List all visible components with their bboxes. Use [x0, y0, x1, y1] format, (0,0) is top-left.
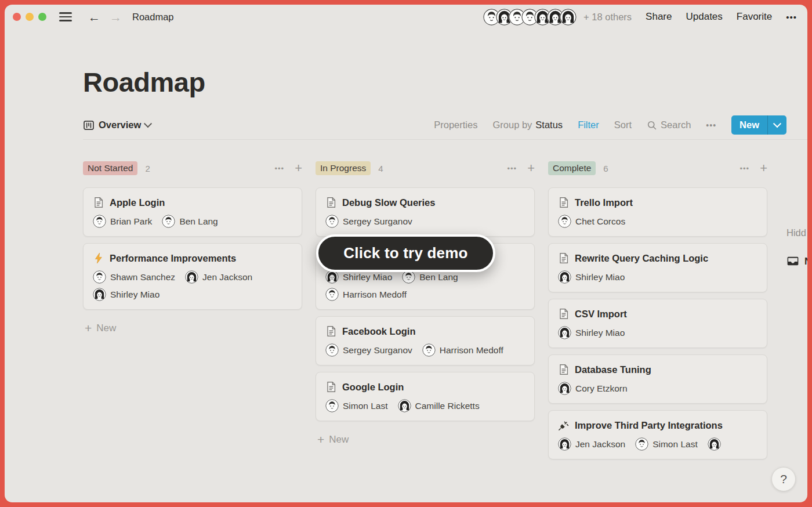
column-more-icon[interactable]: •••	[740, 164, 749, 173]
new-card-button[interactable]: + New	[85, 321, 302, 335]
column-add-icon[interactable]: +	[527, 162, 535, 174]
card-assignees: Cory Etzkorn	[558, 382, 757, 395]
new-button-label[interactable]: New	[731, 115, 767, 135]
assignee	[708, 437, 721, 451]
group-by-label: Group by	[492, 119, 532, 131]
assignee: Simon Last	[325, 399, 388, 412]
assignee: Sergey Surganov	[325, 343, 412, 357]
assignee: Ben Lang	[402, 270, 458, 284]
document-icon	[325, 197, 337, 208]
column-more-icon[interactable]: •••	[274, 164, 284, 173]
favorite-button[interactable]: Favorite	[737, 11, 772, 23]
task-card[interactable]: Database Tuning Cory Etzkorn	[548, 354, 767, 404]
close-window-icon[interactable]	[13, 13, 21, 21]
plus-icon: +	[317, 433, 324, 447]
task-card[interactable]: Performance Improvements Shawn Sanchez J…	[83, 243, 302, 310]
column-status-badge[interactable]: In Progress	[316, 161, 371, 175]
search-button[interactable]: Search	[647, 119, 691, 131]
breadcrumb[interactable]: Roadmap	[132, 12, 174, 23]
card-title: CSV Import	[575, 309, 627, 320]
task-card[interactable]: Google Login Simon Last Camille Ricketts	[316, 372, 535, 421]
menu-icon[interactable]	[59, 12, 72, 21]
avatar	[325, 270, 339, 284]
avatar	[325, 288, 339, 301]
view-more-icon[interactable]: •••	[706, 121, 716, 130]
task-card[interactable]: Improve Third Party Integrations Jen Jac…	[548, 410, 767, 459]
assignee-name: Cory Etzkorn	[575, 383, 628, 394]
card-title: Debug Slow Queries	[342, 197, 435, 208]
group-by-button[interactable]: Group by Status	[492, 119, 563, 131]
others-count[interactable]: + 18 others	[583, 12, 632, 23]
hidden-columns-section: Hidd N	[786, 227, 807, 267]
assignee-name: Shirley Miao	[575, 328, 625, 338]
avatar	[558, 437, 571, 451]
card-list: Debug Slow Queries Sergey Surganov Add A…	[316, 187, 535, 421]
assignee: Chet Corcos	[558, 215, 625, 228]
minimize-window-icon[interactable]	[26, 13, 34, 21]
column-status-badge[interactable]: Not Started	[83, 161, 137, 175]
try-demo-button[interactable]: Click to try demo	[316, 234, 495, 272]
assignee-name: Ben Lang	[179, 216, 217, 227]
column-more-icon[interactable]: •••	[507, 164, 517, 173]
properties-button[interactable]: Properties	[434, 119, 477, 131]
assignee-name: Shirley Miao	[343, 272, 392, 283]
avatar	[325, 215, 339, 228]
share-button[interactable]: Share	[646, 11, 672, 23]
task-card[interactable]: Rewrite Query Caching Logic Shirley Miao	[548, 243, 767, 292]
assignee: Jen Jackson	[558, 437, 625, 451]
more-options-icon[interactable]: •••	[786, 12, 797, 22]
zoom-window-icon[interactable]	[38, 13, 46, 21]
board-column: Not Started 2 ••• + Apple Login Brian Pa…	[83, 161, 302, 335]
user-avatar[interactable]	[560, 9, 577, 26]
assignee-name: Sergey Surganov	[343, 216, 412, 227]
new-button-dropdown[interactable]	[767, 115, 786, 135]
document-icon	[558, 252, 570, 264]
sort-button[interactable]: Sort	[614, 119, 632, 131]
assignee: Shirley Miao	[93, 288, 160, 301]
assignee-name: Harrison Medoff	[440, 345, 503, 356]
column-count: 4	[378, 164, 383, 173]
column-status-badge[interactable]: Complete	[548, 161, 596, 175]
assignee: Jen Jackson	[185, 270, 252, 284]
filter-button[interactable]: Filter	[578, 119, 599, 131]
assignee: Harrison Medoff	[325, 288, 407, 301]
task-card[interactable]: Debug Slow Queries Sergey Surganov	[316, 187, 535, 237]
avatar	[185, 270, 198, 284]
chevron-down-icon	[144, 119, 152, 128]
task-card[interactable]: Trello Import Chet Corcos	[548, 187, 767, 237]
board-columns: Not Started 2 ••• + Apple Login Brian Pa…	[83, 161, 807, 466]
new-button[interactable]: New	[731, 115, 786, 135]
new-card-button[interactable]: + New	[317, 433, 535, 447]
view-name: Overview	[99, 119, 141, 131]
assignee: Harrison Medoff	[422, 343, 503, 357]
help-button[interactable]: ?	[771, 467, 796, 491]
forward-arrow-icon[interactable]: →	[110, 11, 122, 23]
column-add-icon[interactable]: +	[295, 162, 302, 174]
avatar	[162, 215, 175, 228]
assignee: Camille Ricketts	[398, 399, 480, 412]
assignee-name: Simon Last	[343, 401, 388, 411]
column-header: Complete 6 ••• +	[548, 161, 767, 176]
task-card[interactable]: Facebook Login Sergey Surganov Harrison …	[316, 316, 535, 365]
avatar	[93, 288, 106, 301]
hidden-column-name: N	[804, 256, 807, 267]
assignee-name: Harrison Medoff	[343, 289, 407, 300]
updates-button[interactable]: Updates	[686, 11, 722, 23]
chevron-down-icon	[773, 119, 781, 128]
card-assignees: Shirley Miao	[558, 270, 757, 284]
avatar	[93, 270, 106, 284]
task-card[interactable]: CSV Import Shirley Miao	[548, 299, 767, 348]
back-arrow-icon[interactable]: ←	[88, 11, 100, 23]
card-title: Performance Improvements	[110, 253, 236, 264]
board-column: Complete 6 ••• + Trello Import Chet Corc…	[548, 161, 767, 466]
hidden-columns-label[interactable]: Hidd	[786, 227, 807, 238]
new-card-label: New	[329, 434, 349, 446]
hidden-column-item[interactable]: N	[786, 255, 807, 267]
card-assignees: Brian Park Ben Lang	[93, 215, 292, 228]
view-tab-overview[interactable]: Overview	[83, 119, 151, 131]
column-add-icon[interactable]: +	[760, 162, 767, 174]
column-count: 6	[603, 164, 608, 173]
task-card[interactable]: Apple Login Brian Park Ben Lang	[83, 187, 302, 237]
board-column: In Progress 4 ••• + Debug Slow Queries S…	[316, 161, 535, 447]
card-assignees: Shirley Miao Ben Lang Harrison Medoff	[325, 270, 525, 301]
